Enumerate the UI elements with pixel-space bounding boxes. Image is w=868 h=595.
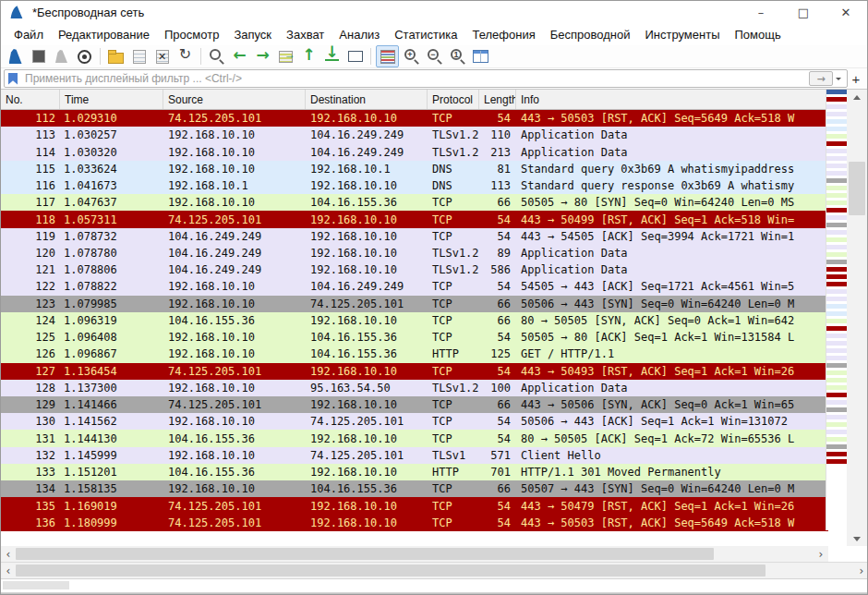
save-file-icon[interactable] bbox=[128, 46, 150, 67]
vertical-scrollbar[interactable] bbox=[847, 90, 867, 546]
packet-row[interactable]: 1301.141562192.168.10.1074.125.205.101TC… bbox=[1, 413, 828, 430]
detail-pane-hscrollbar[interactable]: ‹ › bbox=[1, 562, 868, 578]
column-header-no[interactable]: No. bbox=[1, 90, 60, 109]
scroll-right-icon[interactable]: › bbox=[814, 548, 828, 561]
packet-row[interactable]: 1191.078732104.16.249.249192.168.10.10TC… bbox=[1, 228, 828, 245]
column-header-time[interactable]: Time bbox=[60, 90, 163, 109]
close-button[interactable]: ✕ bbox=[825, 1, 867, 24]
zoom-in-icon[interactable]: + bbox=[401, 46, 422, 67]
packet-row[interactable]: 1221.078822192.168.10.10104.16.249.249TC… bbox=[1, 278, 828, 295]
packet-row[interactable]: 1311.144130104.16.155.36192.168.10.10TCP… bbox=[1, 430, 828, 446]
menu-item-5[interactable]: Анализ bbox=[332, 26, 387, 43]
find-packet-icon[interactable] bbox=[206, 46, 227, 67]
packet-cell-src: 192.168.10.10 bbox=[163, 298, 306, 310]
packet-cell-no: 131 bbox=[1, 432, 60, 445]
packet-row[interactable]: 1231.079985192.168.10.1074.125.205.101TC… bbox=[1, 296, 828, 312]
start-capture-icon[interactable] bbox=[5, 46, 26, 67]
zoom-normal-icon[interactable]: 1 bbox=[447, 46, 468, 67]
stop-capture-icon[interactable] bbox=[28, 46, 49, 67]
packet-row[interactable]: 1351.16901974.125.205.101192.168.10.10TC… bbox=[1, 497, 828, 514]
packet-row[interactable]: 1171.047637192.168.10.10104.16.155.36TCP… bbox=[1, 194, 828, 211]
auto-scroll-icon[interactable] bbox=[344, 46, 366, 67]
minimap-stripe bbox=[826, 356, 847, 360]
scroll-left-icon[interactable]: ‹ bbox=[1, 548, 16, 561]
resize-columns-icon[interactable] bbox=[470, 46, 491, 67]
colorize-icon[interactable] bbox=[376, 45, 399, 67]
scroll-down-icon[interactable] bbox=[847, 531, 867, 546]
packet-row[interactable]: 1161.041673192.168.10.1192.168.10.10DNS1… bbox=[1, 177, 828, 194]
packet-row[interactable]: 1211.078806104.16.249.249192.168.10.10TL… bbox=[1, 261, 828, 278]
go-first-icon[interactable]: ↑ bbox=[298, 46, 319, 67]
packet-row[interactable]: 1141.030320192.168.10.10104.16.249.249TL… bbox=[1, 143, 828, 160]
maximize-button[interactable]: □ bbox=[782, 1, 825, 24]
reload-file-icon[interactable]: ↻ bbox=[175, 46, 196, 67]
packet-row[interactable]: 1291.14146674.125.205.101192.168.10.10TC… bbox=[1, 396, 828, 413]
minimap-stripe bbox=[826, 223, 847, 227]
minimap-stripe bbox=[826, 437, 847, 442]
menu-item-9[interactable]: Инструменты bbox=[637, 26, 727, 43]
packet-row[interactable]: 1271.13645474.125.205.101192.168.10.10TC… bbox=[1, 363, 828, 380]
menu-item-8[interactable]: Беспроводной bbox=[543, 26, 638, 43]
zoom-out-icon[interactable]: − bbox=[424, 46, 445, 67]
packet-row[interactable]: 1251.096408192.168.10.10104.16.155.36TCP… bbox=[1, 329, 828, 346]
close-file-icon[interactable]: ✕ bbox=[151, 46, 173, 67]
column-header-info[interactable]: Info bbox=[516, 90, 828, 109]
capture-options-icon[interactable] bbox=[74, 46, 95, 67]
intelligent-scrollbar-minimap[interactable] bbox=[826, 90, 847, 530]
menu-item-4[interactable]: Захват bbox=[279, 26, 332, 43]
menu-item-0[interactable]: Файл bbox=[6, 26, 51, 43]
packet-row[interactable]: 1151.033624192.168.10.10192.168.10.1DNS8… bbox=[1, 161, 828, 177]
packet-row[interactable]: 1121.02931074.125.205.101192.168.10.10TC… bbox=[1, 110, 828, 127]
menu-item-6[interactable]: Статистика bbox=[387, 26, 464, 43]
vertical-scrollbar-thumb[interactable] bbox=[849, 162, 865, 215]
packet-row[interactable]: 1131.030257192.168.10.10104.16.249.249TL… bbox=[1, 127, 828, 143]
menu-item-7[interactable]: Телефония bbox=[464, 26, 542, 43]
display-filter-input[interactable] bbox=[23, 71, 809, 86]
minimap-stripe bbox=[826, 267, 847, 272]
packet-row[interactable]: 1261.096867192.168.10.10104.16.155.36HTT… bbox=[1, 346, 828, 362]
filter-dropdown-caret-icon[interactable] bbox=[836, 70, 847, 87]
packet-row[interactable]: 1341.158135192.168.10.10104.16.155.36TCP… bbox=[1, 480, 828, 497]
add-filter-button[interactable]: + bbox=[848, 71, 864, 87]
packet-cell-len: 54 bbox=[479, 415, 516, 428]
column-header-protocol[interactable]: Protocol bbox=[428, 90, 479, 109]
packet-row[interactable]: 1201.078780104.16.249.249192.168.10.10TL… bbox=[1, 245, 828, 261]
hscrollbar-thumb[interactable] bbox=[16, 565, 766, 577]
apply-filter-button[interactable]: → bbox=[809, 71, 833, 86]
column-header-length[interactable]: Length bbox=[479, 90, 516, 109]
scroll-up-icon[interactable] bbox=[847, 90, 867, 104]
restart-capture-icon[interactable] bbox=[51, 46, 72, 67]
menu-item-2[interactable]: Просмотр bbox=[157, 26, 226, 43]
open-file-icon[interactable] bbox=[105, 46, 127, 67]
go-to-packet-icon[interactable]: → bbox=[275, 46, 296, 67]
packet-row[interactable]: 1241.096319104.16.155.36192.168.10.10TCP… bbox=[1, 312, 828, 329]
packet-cell-src: 192.168.10.10 bbox=[163, 128, 306, 141]
packet-row[interactable]: 1281.137300192.168.10.1095.163.54.50TLSv… bbox=[1, 380, 828, 396]
display-filter-field[interactable]: → bbox=[4, 69, 848, 88]
packet-table-header: No. Time Source Destination Protocol Len… bbox=[1, 90, 828, 110]
menu-item-3[interactable]: Запуск bbox=[226, 26, 279, 43]
go-last-icon[interactable]: ↓ bbox=[321, 46, 343, 67]
filter-bookmark-icon[interactable] bbox=[8, 73, 18, 85]
collapsed-pane-thumb[interactable] bbox=[3, 581, 69, 589]
packet-row[interactable]: 1331.151201104.16.155.36192.168.10.10HTT… bbox=[1, 464, 828, 480]
packet-cell-proto: TLSv1 bbox=[428, 449, 479, 462]
packet-cell-len: 54 bbox=[479, 365, 516, 378]
go-back-icon[interactable]: ← bbox=[229, 46, 250, 67]
packet-cell-no: 125 bbox=[1, 331, 60, 344]
packet-row[interactable]: 1321.145999192.168.10.1074.125.205.101TL… bbox=[1, 447, 828, 464]
column-header-source[interactable]: Source bbox=[163, 90, 306, 109]
packet-row[interactable]: 1181.05731174.125.205.101192.168.10.10TC… bbox=[1, 211, 828, 227]
menu-item-10[interactable]: Помощь bbox=[728, 26, 789, 43]
scroll-right-icon[interactable]: › bbox=[854, 565, 868, 577]
menu-item-1[interactable]: Редактирование bbox=[51, 26, 157, 43]
packet-row[interactable]: 1361.18099974.125.205.101192.168.10.10TC… bbox=[1, 515, 828, 531]
column-header-destination[interactable]: Destination bbox=[306, 90, 428, 109]
packet-cell-src: 192.168.10.10 bbox=[163, 146, 306, 159]
go-forward-icon[interactable]: → bbox=[252, 46, 273, 67]
hscrollbar-thumb[interactable] bbox=[16, 548, 714, 560]
scroll-left-icon[interactable]: ‹ bbox=[1, 565, 16, 577]
packet-cell-info: Application Data bbox=[516, 128, 828, 141]
packet-list-hscrollbar[interactable]: ‹ › bbox=[1, 546, 828, 562]
minimize-button[interactable]: – bbox=[740, 1, 782, 24]
